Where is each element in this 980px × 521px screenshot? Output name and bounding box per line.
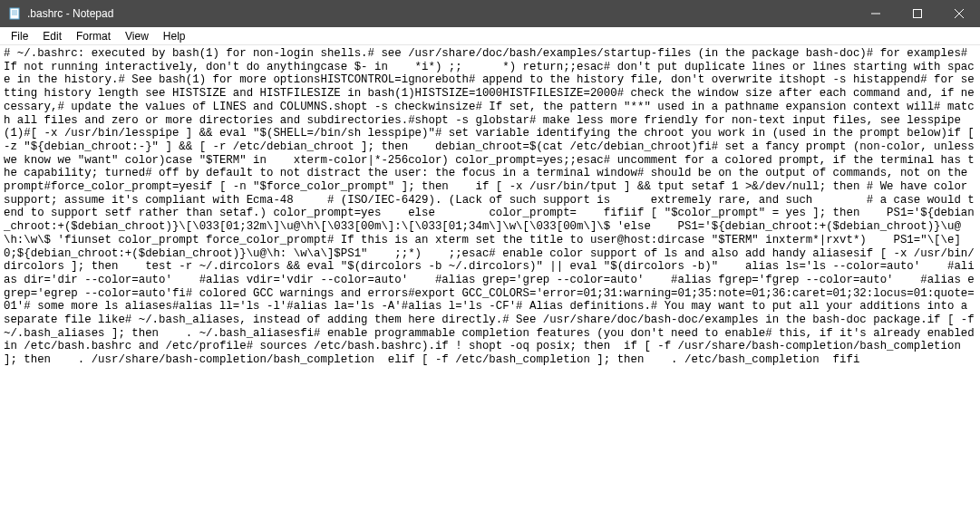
notepad-icon	[7, 6, 22, 21]
menu-file[interactable]: File	[4, 28, 35, 44]
svg-rect-0	[10, 8, 19, 19]
window-titlebar[interactable]: .bashrc - Notepad	[0, 0, 980, 27]
menubar: File Edit Format View Help	[0, 27, 980, 45]
menu-edit[interactable]: Edit	[35, 28, 69, 44]
window-title: .bashrc - Notepad	[27, 7, 113, 20]
close-button[interactable]	[938, 0, 980, 27]
minimize-button[interactable]	[855, 0, 897, 27]
menu-view[interactable]: View	[118, 28, 156, 44]
svg-rect-5	[914, 10, 922, 18]
menu-format[interactable]: Format	[69, 28, 118, 44]
text-editor-content[interactable]: # ~/.bashrc: executed by bash(1) for non…	[0, 45, 980, 521]
menu-help[interactable]: Help	[156, 28, 193, 44]
maximize-button[interactable]	[897, 0, 938, 27]
